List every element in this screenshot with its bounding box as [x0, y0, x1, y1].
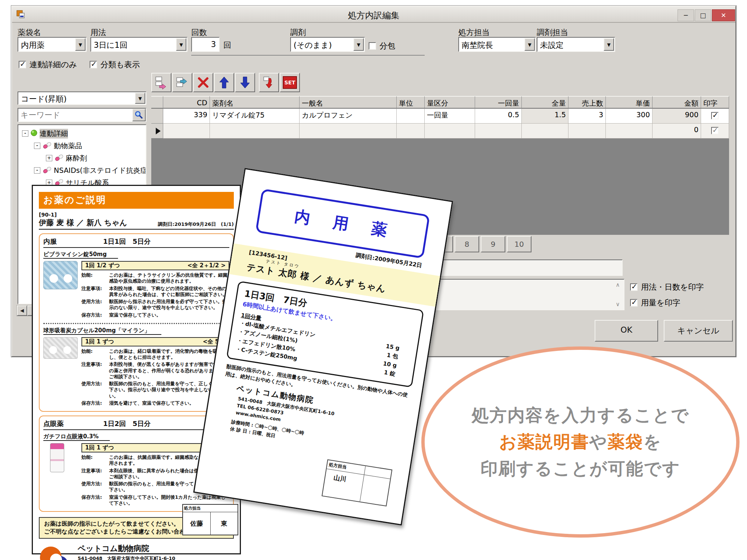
medicine-photo-eyedrop — [50, 443, 64, 472]
chevron-down-icon[interactable]: ▼ — [75, 38, 86, 51]
tree-item[interactable]: -動物薬品 — [18, 140, 146, 152]
grid-cell[interactable] — [397, 109, 425, 124]
prescriber-combo[interactable]: 南埜院長 ▼ — [458, 37, 536, 52]
split-pack-checkbox[interactable]: 分包 — [369, 41, 395, 51]
move-down-button[interactable] — [235, 73, 255, 92]
bag-name-combo[interactable]: 内用薬 ▼ — [18, 37, 87, 52]
move-up-button[interactable] — [214, 73, 234, 92]
grid-cell[interactable]: 1.5 — [522, 109, 568, 124]
tree-item[interactable]: -連動詳細 — [18, 127, 146, 140]
dispenser-combo[interactable]: 未設定 ▼ — [537, 37, 615, 52]
info-label: 注意事項: — [81, 361, 109, 380]
clinic-address: 541-0048 大阪府大阪市中央区瓦町1-6-10 — [78, 556, 175, 560]
grid-header-cell: 金額 — [653, 96, 701, 109]
cancel-button[interactable]: キャンセル — [664, 320, 733, 342]
medicine-image — [43, 261, 78, 319]
usage-combo[interactable]: 3日に1回 ▼ — [90, 37, 187, 52]
tree-expander-icon[interactable]: - — [34, 167, 40, 174]
set-badge: SET — [283, 76, 297, 89]
search-button[interactable] — [132, 109, 146, 121]
grid-cell[interactable]: 0 — [653, 124, 701, 139]
grid-cell[interactable] — [606, 124, 653, 139]
checkbox-icon[interactable] — [711, 112, 719, 119]
section-header: 内服1日1回 5日分 — [43, 237, 229, 248]
tree-item-label[interactable]: 麻酔剤 — [66, 153, 87, 163]
pager-button-9[interactable]: 9 — [481, 236, 505, 252]
ok-button[interactable]: OK — [595, 320, 658, 342]
medicine-photo-blister-blue — [43, 261, 78, 289]
grid-cell[interactable]: 900 — [653, 109, 701, 124]
grid-cell[interactable] — [300, 124, 397, 139]
dispense-combo[interactable]: (そのまま) ▼ — [290, 37, 365, 52]
checkbox-icon[interactable] — [19, 61, 26, 68]
grid-cell[interactable]: 一回量 — [425, 109, 475, 124]
chevron-down-icon[interactable]: ▼ — [524, 38, 535, 51]
scroll-down-icon[interactable]: ∨ — [614, 301, 622, 307]
tree-item-label[interactable]: 動物薬品 — [54, 141, 82, 151]
print-usage-days-checkbox[interactable]: 用法・日数を印字 — [630, 282, 704, 292]
chevron-down-icon[interactable]: ▼ — [135, 93, 145, 104]
delete-row-button[interactable] — [193, 73, 213, 92]
chevron-down-icon[interactable]: ▼ — [604, 38, 614, 51]
checkbox-icon[interactable] — [630, 283, 638, 291]
set-button[interactable]: SET — [280, 73, 300, 92]
sort-order-combo[interactable]: コード(昇順) ▼ — [18, 91, 146, 105]
keyword-input[interactable] — [18, 109, 132, 121]
checkbox-icon[interactable] — [90, 61, 97, 68]
comment-input[interactable] — [425, 259, 623, 276]
grid-cell[interactable] — [210, 124, 300, 139]
tree-item-label[interactable]: NSAIDs(非ステロイド抗炎症薬 — [54, 166, 146, 175]
grid-cell[interactable] — [568, 124, 606, 139]
tree-item[interactable]: -NSAIDs(非ステロイド抗炎症薬 — [18, 164, 146, 177]
prescriber-label: 処方担当 — [458, 27, 490, 38]
pager-button-8[interactable]: 8 — [455, 236, 479, 252]
grid-row-selector[interactable] — [151, 109, 163, 124]
grid-row-selector[interactable] — [151, 124, 163, 139]
dispenser-value: 未設定 — [537, 38, 603, 51]
tree-expander-icon[interactable]: + — [46, 155, 52, 161]
checkbox-icon[interactable] — [630, 299, 638, 307]
minimize-button[interactable]: ─ — [678, 9, 694, 21]
grid-print-cell[interactable] — [701, 124, 729, 139]
grid-cell[interactable]: 0.5 — [475, 109, 522, 124]
grid-cell[interactable] — [475, 124, 522, 139]
tree-item[interactable]: +麻酔剤 — [18, 152, 146, 164]
linked-only-checkbox[interactable]: 連動詳細のみ — [19, 59, 77, 70]
close-button[interactable]: ✕ — [712, 9, 735, 21]
scroll-left-icon[interactable]: ◀ — [17, 305, 27, 316]
maximize-button[interactable]: □ — [695, 9, 711, 21]
print-dose-checkbox[interactable]: 用量を印字 — [630, 298, 681, 308]
grid-cell[interactable] — [522, 124, 568, 139]
grid-cell[interactable] — [163, 124, 210, 139]
grid-cell[interactable]: リマダイル錠75 — [210, 109, 300, 124]
checkbox-icon[interactable] — [711, 127, 719, 134]
sheet1-patient-row: 伊藤 麦 様 ／ 新八 ちゃん 調剤日:2019年09月26日 (1/1) — [39, 218, 234, 230]
search-icon — [134, 111, 143, 119]
checkbox-icon[interactable] — [369, 42, 376, 50]
grid-cell[interactable]: 3 — [568, 109, 606, 124]
grid-cell[interactable]: 300 — [606, 109, 653, 124]
note-textarea[interactable]: ∧ ∨ — [425, 279, 624, 310]
chevron-down-icon[interactable]: ▼ — [176, 38, 186, 51]
grid-cell[interactable]: カルプロフェン — [300, 109, 397, 124]
insert-to-grid-button[interactable] — [259, 73, 279, 92]
pager-button-10[interactable]: 10 — [507, 236, 531, 252]
info-label: 保存方法: — [81, 494, 109, 507]
grid-cell[interactable]: 339 — [163, 109, 210, 124]
grid-cell[interactable] — [397, 124, 425, 139]
chevron-down-icon[interactable]: ▼ — [353, 38, 364, 51]
usage-label: 用法 — [90, 27, 106, 38]
info-label: 効能: — [81, 454, 109, 467]
grid-cell[interactable] — [425, 124, 475, 139]
show-category-checkbox[interactable]: 分類も表示 — [90, 59, 151, 70]
sheet1-stamp-table: 処方担当 佐藤 東 — [182, 504, 238, 535]
count-input[interactable]: 3 — [191, 37, 220, 52]
scroll-up-icon[interactable]: ∧ — [614, 282, 622, 288]
grid-print-cell[interactable] — [701, 109, 729, 124]
tree-item-label[interactable]: 連動詳細 — [40, 129, 68, 139]
tree-expander-icon[interactable]: - — [22, 130, 28, 137]
tree-expander-icon[interactable]: - — [34, 143, 40, 149]
move-one-right-button[interactable] — [151, 73, 171, 92]
move-all-right-button[interactable] — [172, 73, 192, 92]
grid-header-cell: 印字 — [701, 96, 729, 109]
